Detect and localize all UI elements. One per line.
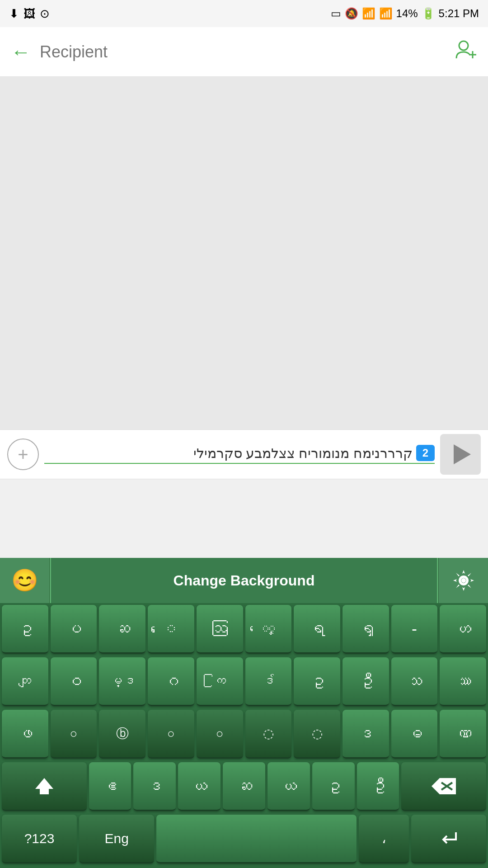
- keyboard-area: 😊 Change Background ဥ ပ ဆ ေ: [0, 558, 488, 868]
- enter-key[interactable]: [411, 815, 486, 863]
- key-2-2[interactable]: ဝ: [51, 657, 97, 706]
- key-3-10[interactable]: ဏ: [440, 710, 486, 759]
- status-icons-right: ▭ 🔕 📶 📶 14% 🔋 5:21 PM: [331, 7, 479, 20]
- key-3-4[interactable]: ○: [148, 710, 194, 759]
- battery-text: 14%: [396, 7, 418, 20]
- svg-point-5: [461, 578, 466, 583]
- key-4-2[interactable]: ဧ: [89, 762, 131, 811]
- backspace-key[interactable]: [401, 762, 486, 811]
- key-1-1[interactable]: ဥ: [2, 605, 48, 654]
- key-1-7[interactable]: ရ: [294, 605, 340, 654]
- image-icon: 🖼: [23, 7, 35, 21]
- key-4-6[interactable]: ယ: [267, 762, 310, 811]
- key-1-10[interactable]: ဟ: [440, 605, 486, 654]
- key-4-8[interactable]: ဦ: [357, 762, 399, 811]
- numbers-key[interactable]: ?123: [2, 815, 77, 863]
- key-4-7[interactable]: ဥ: [312, 762, 355, 811]
- key-2-10[interactable]: ဿ: [440, 657, 486, 706]
- keyboard-toolbar: 😊 Change Background: [0, 558, 488, 603]
- svg-marker-6: [35, 778, 53, 794]
- add-contact-button[interactable]: [455, 38, 477, 66]
- key-1-3[interactable]: ဆ: [99, 605, 145, 654]
- send-icon: [454, 444, 471, 464]
- keyboard-row-3: ဖ ○ ⓑ ○ ○ ◌ ◌ ဒ ဓ ဏ: [0, 708, 488, 760]
- key-3-6[interactable]: ◌: [245, 710, 292, 759]
- key-3-9[interactable]: ဓ: [391, 710, 438, 759]
- keyboard-row-2: တျ ဝ မ္ဒ ဂ ကြ ဒ် ဥ ဦ သ ဿ: [0, 656, 488, 708]
- language-key[interactable]: Eng: [79, 815, 154, 863]
- key-1-8[interactable]: ၡ: [343, 605, 389, 654]
- status-bar: ⬇ 🖼 ⊙ ▭ 🔕 📶 📶 14% 🔋 5:21 PM: [0, 0, 488, 27]
- message-bar: + קרררנימח מנומוריח צצלמבע סקרמילי 2: [0, 429, 488, 479]
- key-2-5[interactable]: ကြ: [197, 657, 243, 706]
- send-button[interactable]: [440, 434, 481, 475]
- notification-icon: ⊙: [40, 7, 50, 21]
- message-text[interactable]: קרררנימח מנומוריח צצלמבע סקרמילי: [44, 445, 413, 461]
- message-input-wrapper: קרררנימח מנומוריח צצלמבע סקרמילי 2: [44, 445, 435, 464]
- signal-icon: 📶: [362, 7, 375, 20]
- keyboard-row-4: ဧ ဒ ယ ဆ ယ ဥ ဦ: [0, 760, 488, 813]
- svg-marker-7: [432, 778, 456, 794]
- key-4-4[interactable]: ယ: [178, 762, 221, 811]
- status-icons-left: ⬇ 🖼 ⊙: [9, 7, 50, 21]
- download-icon: ⬇: [9, 7, 19, 21]
- signal2-icon: 📶: [379, 7, 393, 20]
- recipient-input[interactable]: [40, 42, 455, 61]
- key-2-3[interactable]: မ္ဒ: [99, 657, 145, 706]
- key-2-1[interactable]: တျ: [2, 657, 48, 706]
- shift-key[interactable]: [2, 762, 87, 811]
- emoji-button[interactable]: 😊: [0, 558, 50, 603]
- back-button[interactable]: ←: [11, 41, 31, 63]
- add-attachment-button[interactable]: +: [7, 439, 39, 470]
- emoji-icon: 😊: [11, 568, 38, 593]
- silent-icon: 🔕: [345, 7, 358, 20]
- key-2-8[interactable]: ဦ: [343, 657, 389, 706]
- header: ←: [0, 27, 488, 77]
- key-1-5[interactable]: ဩ: [197, 605, 243, 654]
- key-3-2[interactable]: ○: [51, 710, 97, 759]
- key-3-5[interactable]: ○: [197, 710, 243, 759]
- key-2-6[interactable]: ဒ်: [245, 657, 292, 706]
- time-display: 5:21 PM: [439, 7, 479, 20]
- svg-point-0: [459, 41, 468, 50]
- key-1-6[interactable]: ေၞ: [245, 605, 292, 654]
- key-1-9[interactable]: -: [391, 605, 438, 654]
- key-2-7[interactable]: ဥ: [294, 657, 340, 706]
- battery-icon: 🔋: [422, 7, 435, 20]
- keyboard-settings-button[interactable]: [438, 558, 488, 603]
- key-3-8[interactable]: ဒ: [343, 710, 389, 759]
- key-2-9[interactable]: သ: [391, 657, 438, 706]
- comma-key[interactable]: ،: [359, 815, 409, 863]
- plus-icon: +: [18, 444, 28, 465]
- key-4-3[interactable]: ဒ: [133, 762, 176, 811]
- char-count-badge: 2: [416, 445, 435, 461]
- key-1-4[interactable]: ေ: [148, 605, 194, 654]
- key-1-2[interactable]: ပ: [51, 605, 97, 654]
- chat-area: [0, 77, 488, 429]
- key-3-7[interactable]: ◌: [294, 710, 340, 759]
- keyboard-row-5: ?123 Eng ،: [0, 813, 488, 868]
- change-background-label: Change Background: [174, 572, 315, 589]
- key-3-1[interactable]: ဖ: [2, 710, 48, 759]
- screencast-icon: ▭: [331, 7, 341, 20]
- key-4-5[interactable]: ဆ: [223, 762, 265, 811]
- key-2-4[interactable]: ဂ: [148, 657, 194, 706]
- change-background-button[interactable]: Change Background: [50, 558, 438, 603]
- keyboard-row-1: ဥ ပ ဆ ေ ဩ ေၞ ရ ၡ - ဟ: [0, 603, 488, 656]
- key-3-3[interactable]: ⓑ: [99, 710, 145, 759]
- spacebar-key[interactable]: [156, 815, 357, 863]
